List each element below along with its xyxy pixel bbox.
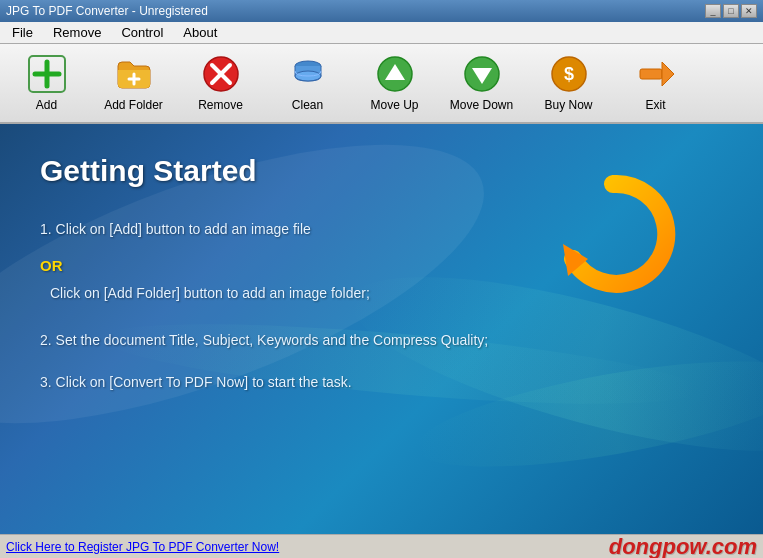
- move-down-label: Move Down: [450, 98, 513, 112]
- exit-icon: [636, 54, 676, 94]
- step1-text: 1. Click on [Add] button to add an image…: [40, 218, 723, 240]
- status-bar: Click Here to Register JPG To PDF Conver…: [0, 534, 763, 558]
- step1-folder-label: Click on [Add Folder] button to add an i…: [50, 285, 370, 301]
- remove-icon: [201, 54, 241, 94]
- title-bar: JPG To PDF Converter - Unregistered _ □ …: [0, 0, 763, 22]
- menu-control[interactable]: Control: [111, 23, 173, 42]
- content-area: Getting Started 1. Click on [Add] button…: [0, 124, 763, 534]
- step2-label: 2. Set the document Title, Subject, Keyw…: [40, 332, 488, 348]
- window-controls: _ □ ✕: [705, 4, 757, 18]
- step2-text: 2. Set the document Title, Subject, Keyw…: [40, 329, 723, 351]
- add-folder-button[interactable]: Add Folder: [91, 48, 176, 118]
- minimize-button[interactable]: _: [705, 4, 721, 18]
- step1-or-block: OR: [40, 254, 723, 278]
- getting-started-title: Getting Started: [40, 154, 723, 188]
- svg-marker-17: [662, 62, 674, 86]
- menu-bar: File Remove Control About: [0, 22, 763, 44]
- menu-file[interactable]: File: [2, 23, 43, 42]
- main-content: Getting Started 1. Click on [Add] button…: [0, 124, 763, 534]
- watermark-text: dongpow.com: [609, 534, 757, 559]
- register-link[interactable]: Click Here to Register JPG To PDF Conver…: [6, 540, 279, 554]
- add-folder-icon: [114, 54, 154, 94]
- move-up-button[interactable]: Move Up: [352, 48, 437, 118]
- step3-text: 3. Click on [Convert To PDF Now] to star…: [40, 371, 723, 393]
- svg-text:$: $: [563, 64, 573, 84]
- add-button[interactable]: Add: [4, 48, 89, 118]
- add-folder-label: Add Folder: [104, 98, 163, 112]
- buy-now-button[interactable]: $ Buy Now: [526, 48, 611, 118]
- move-up-icon: [375, 54, 415, 94]
- buy-now-label: Buy Now: [544, 98, 592, 112]
- svg-rect-16: [640, 69, 662, 79]
- add-icon: [27, 54, 67, 94]
- remove-button[interactable]: Remove: [178, 48, 263, 118]
- move-down-button[interactable]: Move Down: [439, 48, 524, 118]
- clean-label: Clean: [292, 98, 323, 112]
- close-button[interactable]: ✕: [741, 4, 757, 18]
- exit-label: Exit: [645, 98, 665, 112]
- step3-label: 3. Click on [Convert To PDF Now] to star…: [40, 374, 352, 390]
- clean-button[interactable]: Clean: [265, 48, 350, 118]
- or-label: OR: [40, 257, 63, 274]
- move-up-label: Move Up: [370, 98, 418, 112]
- menu-about[interactable]: About: [173, 23, 227, 42]
- clean-icon: [288, 54, 328, 94]
- toolbar: Add Add Folder Remove: [0, 44, 763, 124]
- remove-label: Remove: [198, 98, 243, 112]
- move-down-icon: [462, 54, 502, 94]
- buy-now-icon: $: [549, 54, 589, 94]
- step1-label: 1. Click on [Add] button to add an image…: [40, 221, 311, 237]
- exit-button[interactable]: Exit: [613, 48, 698, 118]
- menu-remove[interactable]: Remove: [43, 23, 111, 42]
- add-label: Add: [36, 98, 57, 112]
- maximize-button[interactable]: □: [723, 4, 739, 18]
- window-title: JPG To PDF Converter - Unregistered: [6, 4, 208, 18]
- step1-folder-text: Click on [Add Folder] button to add an i…: [40, 282, 723, 304]
